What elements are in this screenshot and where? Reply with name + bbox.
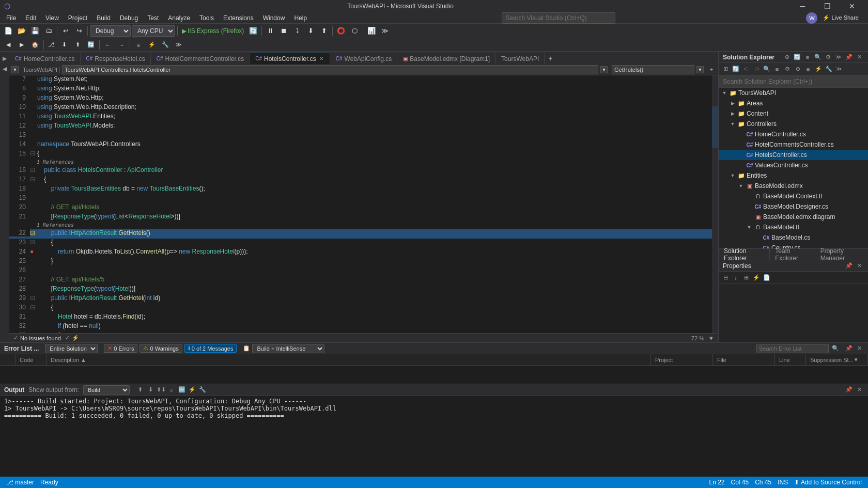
status-git-branch[interactable]: ⎇ master	[4, 479, 36, 486]
expand-editor-btn[interactable]: +	[707, 65, 716, 74]
prop-tool-proppage[interactable]: 📄	[762, 273, 771, 282]
se-tool-5[interactable]: 🔍	[762, 65, 771, 74]
tab-basemodel[interactable]: ▣ BaseModel.edmx [Diagram1]	[397, 53, 495, 64]
se-close-btn[interactable]: ✕	[855, 53, 864, 62]
prop-tool-events[interactable]: ⚡	[752, 273, 761, 282]
error-close-btn[interactable]: ✕	[855, 344, 864, 353]
save-all-btn[interactable]: 🗂	[42, 25, 55, 37]
menu-project[interactable]: Project	[64, 13, 91, 23]
se-tool-11[interactable]: 🔧	[824, 65, 833, 74]
tab-add-button[interactable]: +	[545, 53, 556, 64]
extra-btn4[interactable]: ≫	[173, 39, 185, 51]
perf-btn[interactable]: 📊	[365, 25, 378, 37]
tree-item-homecontroller[interactable]: ▶ C# HomeController.cs	[719, 129, 868, 139]
tab-hotelcomments[interactable]: C# HotelCommentsController.cs	[151, 53, 250, 64]
breakpoint-btn[interactable]: ⭕	[335, 25, 347, 37]
se-bottom-tab-solution[interactable]: Solution Explorer	[719, 249, 770, 260]
tree-item-hotelscontroller[interactable]: ▶ C# HotelsController.cs	[719, 150, 868, 160]
se-add-btn[interactable]: ⊕	[782, 53, 792, 62]
tree-item-basemodeltt[interactable]: ▼ 🗒 BaseModel.tt	[719, 222, 868, 232]
filter-dropdown[interactable]: Build + IntelliSense	[252, 344, 324, 353]
debug-config-dropdown[interactable]: Debug Release	[90, 25, 131, 37]
err-col-num[interactable]	[0, 354, 16, 365]
status-col[interactable]: Col 45	[729, 479, 751, 486]
tree-item-basemodeldesigner[interactable]: ▶ C# BaseModel.Designer.cs	[719, 201, 868, 212]
se-more-btn[interactable]: ≫	[834, 53, 843, 62]
nav-forward-btn[interactable]: →	[115, 39, 128, 51]
step-out-btn[interactable]: ⬆	[318, 25, 330, 37]
se-tool-10[interactable]: ⚡	[814, 65, 823, 74]
nav-path-dropdown-btn[interactable]: ▼	[600, 66, 608, 73]
new-project-btn[interactable]: 📄	[2, 25, 14, 37]
extra-btn1[interactable]: ≡	[132, 39, 145, 51]
se-tool-7[interactable]: ⚙	[783, 65, 792, 74]
user-avatar[interactable]: W	[806, 12, 817, 24]
err-col-line[interactable]: Line	[775, 354, 806, 365]
tab-tourswebapi[interactable]: ToursWebAPI	[495, 53, 545, 64]
menu-test[interactable]: Test	[143, 13, 163, 23]
se-tool-2[interactable]: 🔄	[731, 65, 740, 74]
se-tool-3[interactable]: ⊂	[741, 65, 751, 74]
tree-item-valuescontroller[interactable]: ▶ C# ValuesController.cs	[719, 160, 868, 170]
hex-btn[interactable]: ⬡	[348, 25, 361, 37]
git-push-btn[interactable]: ⬆	[71, 39, 84, 51]
status-ins[interactable]: INS	[776, 479, 790, 486]
se-tool-6[interactable]: ≡	[772, 65, 782, 74]
se-tool-4[interactable]: ⊃	[752, 65, 761, 74]
se-search-btn[interactable]: 🔍	[813, 53, 823, 62]
error-pin-btn[interactable]: 📌	[844, 344, 854, 353]
output-btn-6[interactable]: ⚡	[188, 385, 197, 395]
err-col-desc[interactable]: Description ▲	[47, 354, 651, 365]
output-close-btn[interactable]: ✕	[855, 385, 864, 395]
warnings-badge[interactable]: ⚠ 0 Warnings	[140, 344, 182, 353]
output-btn-5[interactable]: 🔤	[177, 385, 187, 395]
err-col-suppression[interactable]: Suppression St... ▼	[806, 354, 868, 365]
error-search-input[interactable]	[756, 344, 829, 353]
forward-btn[interactable]: ▶	[16, 39, 28, 51]
nav-path-display[interactable]: ToursWebAPI.Controllers.HotelsController	[62, 65, 598, 74]
prop-tool-categorized[interactable]: ⊟	[721, 273, 730, 282]
messages-badge[interactable]: ℹ 0 of 2 Messages	[184, 344, 237, 353]
err-col-file[interactable]: File	[713, 354, 775, 365]
tree-item-content[interactable]: ▶ 📁 Content	[719, 108, 868, 119]
tab-webapiconfig[interactable]: C# WebApiConfig.cs	[330, 53, 398, 64]
status-add-source-control[interactable]: ⬆ Add to Source Control	[792, 479, 864, 486]
git-pull-btn[interactable]: ⬇	[58, 39, 70, 51]
prop-tool-alpha[interactable]: ↕	[731, 273, 740, 282]
prop-icon-2[interactable]: ✕	[855, 261, 864, 271]
tree-item-basemodelcontext[interactable]: ▶ 🗒 BaseModel.Context.tt	[719, 191, 868, 201]
menu-build[interactable]: Build	[92, 13, 115, 23]
se-bottom-tab-property[interactable]: Property Manager	[815, 249, 868, 260]
global-search-input[interactable]	[502, 12, 615, 24]
menu-extensions[interactable]: Extensions	[219, 13, 258, 23]
extra-btn2[interactable]: ⚡	[146, 39, 158, 51]
se-tool-12[interactable]: ≫	[834, 65, 844, 74]
menu-help[interactable]: Help	[290, 13, 311, 23]
nav-dropdown-btn[interactable]: ▼	[11, 66, 19, 73]
se-filter-btn[interactable]: ≡	[803, 53, 812, 62]
nav-back-btn[interactable]: ←	[102, 39, 114, 51]
tab-hotelscontroller[interactable]: C# HotelsController.cs ✕	[250, 53, 330, 64]
se-tool-1[interactable]: ⊞	[721, 65, 730, 74]
close-button[interactable]: ✕	[840, 0, 864, 12]
tab-responsehotel[interactable]: C# ResponseHotel.cs	[81, 53, 151, 64]
err-col-code[interactable]: Code	[16, 354, 47, 365]
save-btn[interactable]: 💾	[29, 25, 41, 37]
output-btn-4[interactable]: ≡	[167, 385, 176, 395]
nav-method-dropdown-btn[interactable]: ▼	[696, 66, 704, 73]
minimize-button[interactable]: ─	[791, 0, 814, 12]
tab-homecontroller[interactable]: C# HomeController.cs	[9, 53, 81, 64]
menu-debug[interactable]: Debug	[116, 13, 142, 23]
back-btn[interactable]: ◀	[2, 39, 14, 51]
se-settings-btn[interactable]: ⚙	[824, 53, 833, 62]
se-tool-9[interactable]: ≡	[803, 65, 813, 74]
code-scroll-area[interactable]: 7 using System.Net; 8 using System.Net.H…	[9, 75, 712, 333]
tree-item-controllers[interactable]: ▼ 📁 Controllers	[719, 119, 868, 129]
error-search-btn[interactable]: 🔍	[831, 344, 840, 353]
status-ln[interactable]: Ln 22	[707, 479, 726, 486]
tree-item-entities[interactable]: ▼ 📁 Entities	[719, 170, 868, 181]
menu-tools[interactable]: Tools	[195, 13, 218, 23]
extra-btn3[interactable]: 🔧	[159, 39, 172, 51]
prop-tool-props[interactable]: ⊞	[741, 273, 751, 282]
output-btn-2[interactable]: ⬇	[146, 385, 156, 395]
